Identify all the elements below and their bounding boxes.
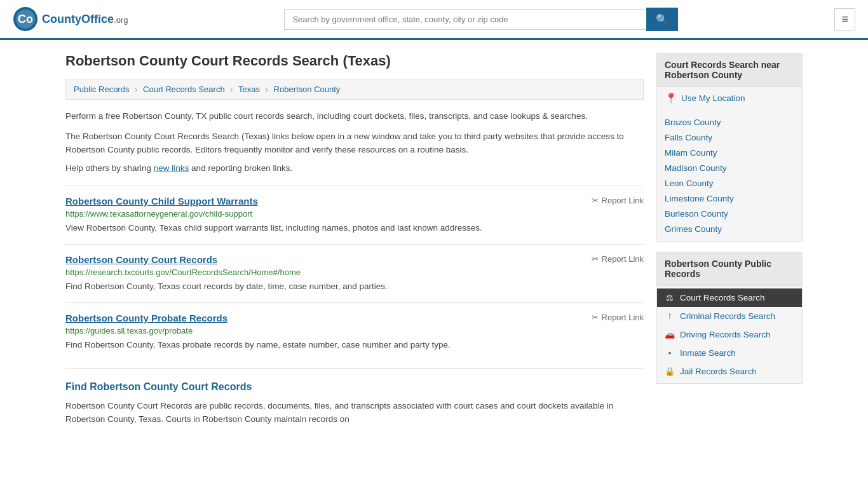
site-header: Co CountyOffice.org 🔍 ≡	[0, 0, 868, 40]
pr-item-inmate[interactable]: ▪ Inmate Search	[657, 344, 802, 362]
nearby-county-2[interactable]: Milam County	[657, 145, 802, 160]
search-button[interactable]: 🔍	[646, 8, 678, 31]
breadcrumb-robertson[interactable]: Robertson County	[274, 85, 341, 94]
report-link-0[interactable]: ✂ Report Link	[592, 196, 644, 205]
logo-ext: .org	[114, 15, 128, 25]
use-my-location[interactable]: 📍 Use My Location	[657, 87, 802, 109]
report-link-1[interactable]: ✂ Report Link	[592, 254, 644, 264]
record-url-1[interactable]: https://research.txcourts.gov/CourtRecor…	[65, 268, 644, 277]
find-title: Find Robertson County Court Records	[65, 381, 644, 393]
public-records-title: Robertson County Public Records	[657, 252, 802, 286]
report-icon-2: ✂	[592, 313, 599, 322]
new-links[interactable]: new links	[154, 163, 189, 173]
breadcrumb-sep-2: ›	[230, 85, 233, 94]
inmate-search-icon: ▪	[665, 348, 675, 358]
record-item-1: Robertson County Court Records ✂ Report …	[65, 244, 644, 302]
record-item-0: Robertson County Child Support Warrants …	[65, 186, 644, 244]
intro-text-2: The Robertson County Court Records Searc…	[65, 130, 644, 157]
record-url-0[interactable]: https://www.texasattorneygeneral.gov/chi…	[65, 209, 644, 219]
search-input[interactable]	[284, 9, 646, 30]
page-title: Robertson County Court Records Search (T…	[65, 53, 644, 69]
main-container: Robertson County Court Records Search (T…	[53, 40, 815, 439]
content-area: Robertson County Court Records Search (T…	[65, 53, 644, 426]
logo[interactable]: Co CountyOffice.org	[13, 6, 128, 32]
nearby-counties-list: Brazos County Falls County Milam County …	[657, 109, 802, 241]
nearby-county-7[interactable]: Grimes County	[657, 221, 802, 236]
breadcrumb-sep-3: ›	[266, 85, 268, 94]
record-desc-0: View Robertson County, Texas child suppo…	[65, 222, 644, 234]
records-list: Robertson County Child Support Warrants …	[65, 186, 644, 362]
sidebar: Court Records Search near Robertson Coun…	[656, 53, 803, 426]
nearby-title: Court Records Search near Robertson Coun…	[657, 53, 802, 87]
nearby-county-1[interactable]: Falls County	[657, 130, 802, 145]
breadcrumb-texas[interactable]: Texas	[238, 85, 260, 94]
record-item-2: Robertson County Probate Records ✂ Repor…	[65, 302, 644, 361]
nearby-section: Court Records Search near Robertson Coun…	[656, 53, 803, 242]
nearby-county-5[interactable]: Limestone County	[657, 191, 802, 206]
svg-text:Co: Co	[18, 13, 33, 25]
record-title-2[interactable]: Robertson County Probate Records	[65, 313, 227, 323]
nearby-county-3[interactable]: Madison County	[657, 160, 802, 175]
nearby-county-4[interactable]: Leon County	[657, 175, 802, 191]
report-icon-1: ✂	[592, 254, 599, 264]
find-desc: Robertson County Court Records are publi…	[65, 399, 644, 426]
breadcrumb-court-records[interactable]: Court Records Search	[143, 85, 225, 94]
record-url-2[interactable]: https://guides.sll.texas.gov/probate	[65, 326, 644, 336]
pr-item-jail[interactable]: 🔒 Jail Records Search	[657, 362, 802, 381]
logo-text: CountyOffice	[42, 13, 114, 25]
report-link-2[interactable]: ✂ Report Link	[592, 313, 644, 322]
public-records-list: ⚖ Court Records Search ! Criminal Record…	[657, 286, 802, 383]
pr-item-driving[interactable]: 🚗 Driving Records Search	[657, 325, 802, 344]
record-desc-2: Find Robertson County, Texas probate rec…	[65, 339, 644, 351]
use-location-link[interactable]: Use My Location	[681, 93, 745, 103]
search-bar: 🔍	[284, 8, 678, 31]
public-records-section: Robertson County Public Records ⚖ Court …	[656, 252, 803, 384]
menu-button[interactable]: ≡	[834, 8, 855, 30]
location-pin-icon: 📍	[665, 92, 677, 104]
pr-item-criminal[interactable]: ! Criminal Records Search	[657, 307, 802, 325]
court-records-icon: ⚖	[665, 293, 675, 302]
record-title-1[interactable]: Robertson County Court Records	[65, 254, 217, 265]
nearby-county-6[interactable]: Burleson County	[657, 206, 802, 221]
share-text: Help others by sharing new links and rep…	[65, 163, 644, 173]
nearby-county-0[interactable]: Brazos County	[657, 114, 802, 130]
driving-records-icon: 🚗	[665, 330, 675, 339]
record-desc-1: Find Robertson County, Texas court recor…	[65, 280, 644, 293]
pr-item-court[interactable]: ⚖ Court Records Search	[657, 288, 802, 307]
find-section: Find Robertson County Court Records Robe…	[65, 368, 644, 426]
record-title-0[interactable]: Robertson County Child Support Warrants	[65, 196, 258, 207]
breadcrumb-sep-1: ›	[135, 85, 137, 94]
breadcrumb: Public Records › Court Records Search › …	[65, 79, 644, 100]
criminal-records-icon: !	[665, 311, 675, 321]
breadcrumb-public-records[interactable]: Public Records	[74, 85, 129, 94]
report-icon-0: ✂	[592, 196, 599, 205]
intro-text-1: Perform a free Robertson County, TX publ…	[65, 109, 644, 123]
jail-records-icon: 🔒	[665, 367, 675, 376]
